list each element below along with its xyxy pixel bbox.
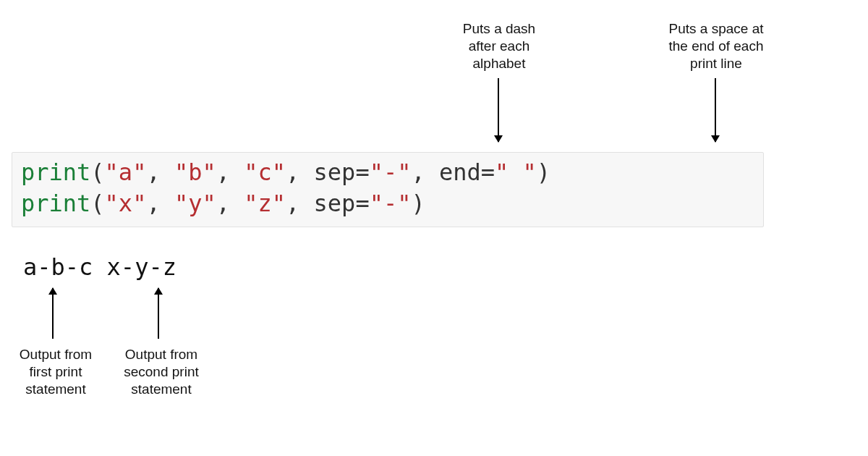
token-punc: , [216,190,244,217]
token-string: "-" [370,159,412,186]
annotation-sep: Puts a dash after each alphabet [434,20,564,72]
token-punc: , [146,190,174,217]
code-line-1: print("a", "b", "c", sep="-", end=" ") [21,157,754,188]
arrow-up-icon [52,288,54,339]
token-string: "-" [370,190,412,217]
code-line-2: print("x", "y", "z", sep="-") [21,188,754,219]
token-kwarg: end [439,159,481,186]
token-kwarg: sep [314,190,356,217]
token-string: "y" [174,190,216,217]
token-punc: , [286,159,314,186]
annotation-output-second: Output from second print statement [114,346,208,397]
token-punc: , [286,190,314,217]
token-punc: = [355,159,369,186]
token-punc: ( [90,159,104,186]
output-line: a-b-c x-y-z [23,253,176,281]
token-punc: = [355,190,369,217]
annotation-end: Puts a space at the end of each print li… [651,20,781,72]
token-punc: , [216,159,244,186]
token-string: "a" [105,159,147,186]
code-block: print("a", "b", "c", sep="-", end=" ") p… [12,152,764,227]
arrow-down-icon [498,78,499,142]
annotation-output-first: Output from first print statement [9,346,103,397]
token-punc: ) [411,190,425,217]
token-string: "b" [174,159,216,186]
token-kwarg: sep [314,159,356,186]
token-punc: = [481,159,495,186]
token-func: print [21,159,90,186]
token-punc: , [146,159,174,186]
token-string: "c" [244,159,286,186]
token-string: " " [495,159,537,186]
token-string: "z" [244,190,286,217]
token-string: "x" [105,190,147,217]
token-punc: , [411,159,439,186]
output-space [93,253,106,281]
token-punc: ( [90,190,104,217]
arrow-down-icon [715,78,716,142]
output-part-2: x-y-z [107,253,176,281]
token-func: print [21,190,90,217]
arrow-up-icon [158,288,159,339]
output-part-1: a-b-c [23,253,93,281]
token-punc: ) [537,159,550,186]
